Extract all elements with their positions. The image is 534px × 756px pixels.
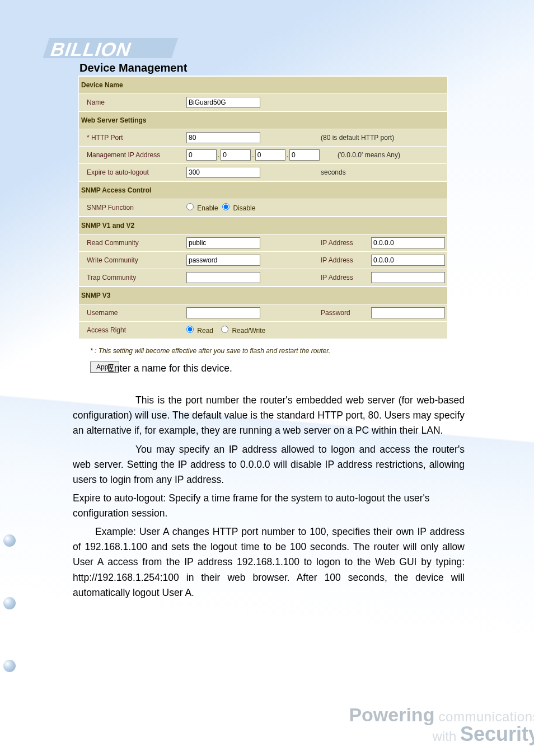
label-write-community: Write Community [79,256,186,264]
footer-tagline: Powering communications with Security [349,704,534,746]
config-panel: Device Management Device Name Name Web S… [78,62,448,375]
input-mgmt-ip-2[interactable] [255,149,285,161]
label-write-ip: IP Address [321,256,371,264]
input-password[interactable] [371,307,445,318]
label-http-port: * HTTP Port [79,134,186,142]
svg-text:BILLION: BILLION [48,39,134,60]
hint-http-port: (80 is default HTTP port) [321,134,394,142]
footnote: * : This setting will become effective a… [79,339,447,358]
input-write-ip[interactable] [371,255,445,266]
label-trap-community: Trap Community [79,274,186,281]
doc-p2: This is the port number the router's emb… [73,395,465,436]
radio-access-read[interactable] [186,326,194,333]
input-device-name[interactable] [186,97,260,108]
radio-snmp-enable[interactable] [186,203,194,210]
label-username: Username [79,309,186,317]
input-read-ip[interactable] [371,237,445,248]
label-read-ip: IP Address [321,239,371,247]
input-expire[interactable] [186,167,260,178]
input-username[interactable] [186,307,260,318]
input-http-port[interactable] [186,132,260,143]
radio-access-rw-wrap[interactable]: Read/Write [221,326,265,335]
radio-access-rw[interactable] [221,326,228,333]
document-text: Enter a name for this device. This is th… [73,361,465,604]
label-trap-ip: IP Address [321,274,371,281]
side-decor [3,484,16,722]
doc-p4: Expire to auto-logout: Specify a time fr… [73,492,430,519]
label-name: Name [79,98,186,106]
radio-access-read-wrap[interactable]: Read [186,326,213,335]
input-mgmt-ip-0[interactable] [186,149,217,161]
doc-p5: Example: User A changes HTTP port number… [73,526,465,598]
input-write-community[interactable] [186,255,260,266]
label-mgmt-ip: Management IP Address [79,151,186,159]
hint-mgmt-ip: ('0.0.0.0' means Any) [338,151,400,159]
radio-snmp-enable-wrap[interactable]: Enable [186,203,218,212]
section-web-server: Web Server Settings [79,111,447,129]
input-trap-ip[interactable] [371,272,445,283]
radio-snmp-disable[interactable] [222,203,229,210]
hint-expire: seconds [321,168,346,176]
brand-logo: BILLION [34,35,190,65]
section-snmp-v1v2: SNMP V1 and V2 [79,217,447,234]
input-trap-community[interactable] [186,272,260,283]
input-read-community[interactable] [186,237,260,248]
section-snmp-v3: SNMP V3 [79,287,447,304]
label-snmp-function: SNMP Function [79,204,186,212]
input-mgmt-ip-1[interactable] [221,149,251,161]
input-mgmt-ip-3[interactable] [289,149,320,161]
label-expire: Expire to auto-logout [79,168,186,176]
section-device-name: Device Name [79,76,447,94]
label-access-right: Access Right [79,326,186,334]
panel-title: Device Management [78,62,448,74]
section-snmp-access: SNMP Access Control [79,181,447,199]
doc-p1: Enter a name for this device. [107,363,232,374]
label-read-community: Read Community [79,239,186,247]
doc-p3: You may specify an IP address allowed to… [73,444,465,485]
radio-snmp-disable-wrap[interactable]: Disable [222,203,255,212]
label-password: Password [321,309,371,317]
